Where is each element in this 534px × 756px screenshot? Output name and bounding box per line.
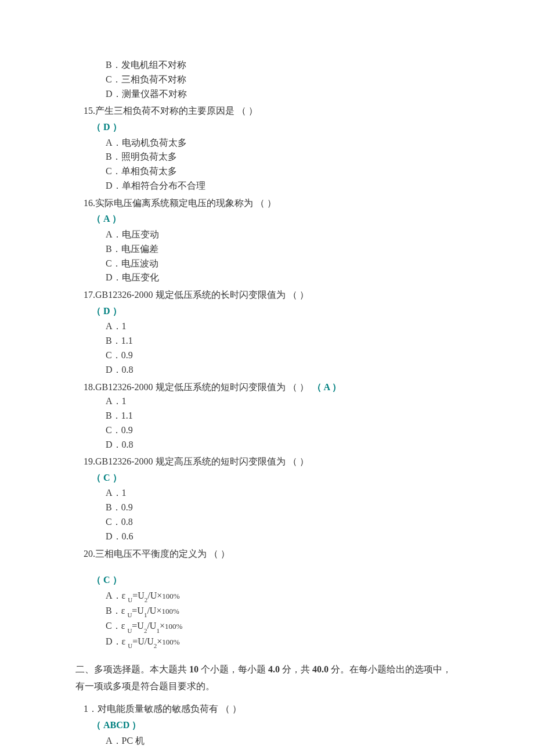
question-number: 19. (84, 456, 95, 466)
option-text: 1 (122, 488, 127, 498)
question-stem: GB12326-2000 规定低压系统的长时闪变限值为 （ ） (95, 290, 309, 300)
option-text: 1.1 (121, 336, 133, 345)
option-c: C．单相负荷太多 (106, 164, 459, 179)
question-14-partial: B．发电机组不对称 C．三相负荷不对称 D．测量仪器不对称 (75, 58, 459, 101)
option-label: A． (106, 229, 122, 239)
option-c: C．电压波动 (106, 257, 459, 271)
option-d: D．0.8 (106, 438, 459, 452)
option-text: ε U=U1/U×100% (121, 606, 179, 615)
option-label: C． (106, 425, 121, 435)
options-list: A．电压变动 B．电压偏差 C．电压波动 D．电压变化 (75, 228, 459, 285)
option-a: A．电动机负荷太多 (106, 136, 459, 150)
answer-text: （ A ） (92, 214, 121, 224)
option-label: C． (106, 166, 121, 176)
question-16: 16.实际电压偏离系统额定电压的现象称为 （ ） （ A ） A．电压变动 B．… (75, 196, 459, 285)
option-a: A．ε U=U2/U×100% (106, 589, 459, 604)
question-18: 18.GB12326-2000 规定低压系统的短时闪变限值为 （ ）（ A ） … (75, 380, 459, 452)
option-label: B． (106, 244, 121, 254)
option-text: 单相负荷太多 (121, 166, 177, 176)
option-text: PC 机 (122, 736, 145, 746)
option-text: 电动机负荷太多 (122, 138, 187, 147)
question-19: 19.GB12326-2000 规定高压系统的短时闪变限值为 （ ） （ C ）… (75, 454, 459, 543)
option-label: D． (106, 440, 122, 449)
question-stem-line: 15.产生三相负荷不对称的主要原因是 （ ） (75, 103, 459, 118)
answer-text: （ D ） (92, 306, 122, 316)
option-text: 0.8 (121, 517, 133, 527)
question-number: 1． (84, 704, 98, 714)
option-text: ε U=U2/U×100% (122, 591, 180, 600)
answer-text: （ D ） (92, 122, 122, 132)
option-d: D．0.6 (106, 530, 459, 544)
question-20: 20.三相电压不平衡度的定义为 （ ） （ C ） A．ε U=U2/U×100… (75, 546, 459, 650)
question-stem: GB12326-2000 规定低压系统的短时闪变限值为 （ ） (95, 382, 309, 392)
option-label: C． (106, 350, 121, 360)
question-number: 16. (84, 198, 95, 208)
answer-line: （ C ） (75, 470, 459, 485)
option-c: C．0.9 (106, 348, 459, 363)
answer-line: （ A ） (75, 211, 459, 226)
option-b: B．照明负荷太多 (106, 150, 459, 164)
options-list: A．1 B．1.1 C．0.9 D．0.8 (75, 319, 459, 377)
option-label: B． (106, 152, 121, 161)
option-c: C．ε U=U2/U1×100% (106, 619, 459, 634)
option-label: A． (106, 321, 122, 331)
option-b: B．发电机组不对称 (106, 58, 459, 73)
section-text: 个小题，每小题 (199, 664, 268, 674)
question-stem: 对电能质量敏感的敏感负荷有 （ ） (98, 704, 241, 714)
spacer (75, 561, 459, 571)
question-number: 17. (84, 290, 95, 300)
option-label: D． (106, 531, 122, 541)
answer-text: （ A ） (312, 382, 342, 392)
section-text: 二、多项选择题。本大题共 (75, 664, 189, 674)
option-d: D．电压变化 (106, 271, 459, 285)
question-stem-line: 17.GB12326-2000 规定低压系统的长时闪变限值为 （ ） (75, 287, 459, 303)
option-d: D．ε U=U/U2×100% (106, 635, 459, 650)
option-d: D．测量仪器不对称 (106, 87, 459, 102)
option-label: C． (106, 517, 121, 527)
answer-text: （ ABCD ） (92, 720, 141, 730)
option-text: 1 (122, 396, 127, 406)
option-label: A． (106, 138, 122, 147)
question-stem-line: 19.GB12326-2000 规定高压系统的短时闪变限值为 （ ） (75, 454, 459, 469)
section-text: 分，共 (280, 664, 312, 674)
option-label: B． (106, 606, 121, 615)
question-number: 15. (84, 106, 95, 116)
option-label: B． (106, 336, 121, 345)
option-c: C．0.9 (106, 423, 459, 438)
option-b: B．0.9 (106, 501, 459, 515)
option-label: D． (106, 89, 122, 99)
options-list: A．1 B．0.9 C．0.8 D．0.6 (75, 486, 459, 543)
option-text: 0.8 (122, 365, 134, 375)
option-label: D． (106, 272, 122, 282)
answer-line: （ D ） (75, 120, 459, 135)
option-text: 电压波动 (121, 258, 158, 268)
options-list: A．ε U=U2/U×100% B．ε U=U1/U×100% C．ε U=U2… (75, 589, 459, 650)
section-2-header: 二、多项选择题。本大题共 10 个小题，每小题 4.0 分，共 40.0 分。在… (75, 661, 459, 695)
question-stem: 实际电压偏离系统额定电压的现象称为 （ ） (95, 198, 276, 208)
option-a: A．1 (106, 394, 459, 409)
option-c: C．0.8 (106, 515, 459, 530)
question-stem-line: 20.三相电压不平衡度的定义为 （ ） (75, 546, 459, 561)
option-label: D． (106, 636, 122, 646)
option-a: A．电压变动 (106, 228, 459, 242)
question-stem: GB12326-2000 规定高压系统的短时闪变限值为 （ ） (95, 456, 309, 466)
answer-line: （ C ） (75, 573, 459, 588)
option-d: D．单相符合分布不合理 (106, 179, 459, 193)
option-a: A．1 (106, 486, 459, 501)
option-text: 三相负荷不对称 (121, 74, 186, 84)
option-b: B．ε U=U1/U×100% (106, 604, 459, 619)
option-text: 单相符合分布不合理 (122, 181, 205, 190)
option-text: 0.9 (121, 425, 133, 435)
option-text: 电压偏差 (121, 244, 158, 254)
option-text: 0.9 (121, 502, 133, 512)
option-text: 1 (122, 321, 127, 331)
option-text: 电压变动 (122, 229, 159, 239)
option-label: B． (106, 411, 121, 420)
options-list: A．1 B．1.1 C．0.9 D．0.8 (75, 394, 459, 452)
option-label: A． (106, 591, 122, 600)
option-text: 电压变化 (122, 272, 159, 282)
question-15: 15.产生三相负荷不对称的主要原因是 （ ） （ D ） A．电动机负荷太多 B… (75, 103, 459, 193)
option-text: 测量仪器不对称 (122, 89, 187, 99)
question-stem-line: 1．对电能质量敏感的敏感负荷有 （ ） (75, 701, 459, 717)
question-stem-line: 18.GB12326-2000 规定低压系统的短时闪变限值为 （ ）（ A ） (75, 380, 459, 395)
